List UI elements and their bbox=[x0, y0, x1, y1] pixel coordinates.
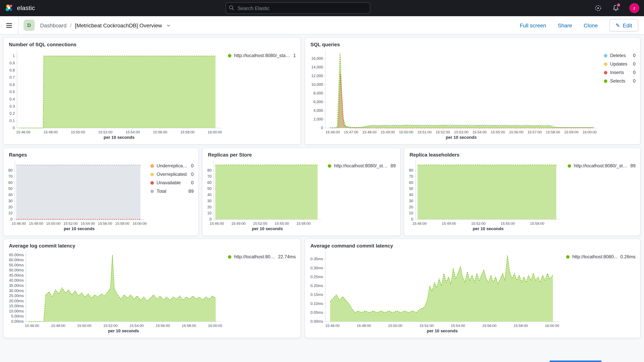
svg-text:15:52:00: 15:52:00 bbox=[436, 130, 450, 134]
svg-text:0.00ms: 0.00ms bbox=[11, 319, 24, 324]
legend-label: Selects bbox=[610, 78, 630, 84]
chart-canvas[interactable]: 0102030405060708015:46:0015:48:0015:50:0… bbox=[5, 158, 147, 232]
svg-text:15:52:00: 15:52:00 bbox=[64, 222, 78, 226]
legend-item[interactable]: http://localhost:8080...0.26ms bbox=[566, 254, 636, 260]
clone-button[interactable]: Clone bbox=[584, 22, 598, 28]
legend-color-dot bbox=[150, 164, 154, 168]
svg-text:15:51:00: 15:51:00 bbox=[417, 130, 432, 134]
legend-color-dot bbox=[604, 54, 607, 57]
breadcrumb-dashboard-link[interactable]: Dashboard bbox=[40, 22, 66, 28]
svg-text:15:48:00: 15:48:00 bbox=[51, 324, 65, 328]
legend-color-dot bbox=[228, 255, 232, 258]
legend-value: 89 bbox=[188, 188, 194, 194]
svg-text:8,000: 8,000 bbox=[314, 91, 323, 95]
legend-color-dot bbox=[604, 71, 607, 74]
share-button[interactable]: Share bbox=[558, 22, 572, 28]
panel-title: Number of SQL connections bbox=[4, 38, 300, 48]
legend-color-dot bbox=[328, 164, 331, 168]
svg-text:per 10 seconds: per 10 seconds bbox=[446, 135, 477, 140]
notifications-bell-icon[interactable] bbox=[612, 4, 620, 12]
svg-text:80: 80 bbox=[207, 168, 212, 172]
legend-item[interactable]: Selects0 bbox=[604, 78, 636, 84]
svg-text:35.00ms: 35.00ms bbox=[9, 283, 24, 288]
global-header: elastic r bbox=[0, 0, 644, 16]
svg-text:15:56:00: 15:56:00 bbox=[98, 222, 112, 226]
chart-canvas[interactable]: 0.00ms0.05ms0.10ms0.15ms0.20ms0.25ms0.30… bbox=[306, 250, 563, 335]
svg-text:per 10 seconds: per 10 seconds bbox=[108, 328, 139, 333]
chart-canvas[interactable]: 0102030405060708015:46:0015:49:0015:52:0… bbox=[406, 158, 564, 232]
svg-text:0.10ms: 0.10ms bbox=[310, 302, 323, 306]
svg-text:40: 40 bbox=[409, 192, 413, 197]
legend-item[interactable]: http://localhost:8080/_sta...89 bbox=[568, 163, 636, 168]
chart-legend: http://localhost:8080/_stat...1 bbox=[225, 48, 297, 141]
svg-text:15:46:00: 15:46:00 bbox=[25, 324, 39, 328]
svg-text:15:46:00: 15:46:00 bbox=[326, 130, 340, 134]
svg-text:40: 40 bbox=[8, 192, 12, 197]
legend-value: 0 bbox=[191, 163, 194, 168]
svg-text:15:56:00: 15:56:00 bbox=[482, 324, 496, 328]
hamburger-menu-icon[interactable] bbox=[0, 16, 18, 34]
legend-item[interactable]: Total89 bbox=[150, 188, 194, 194]
legend-item[interactable]: Inserts0 bbox=[604, 70, 636, 75]
svg-text:15:54:00: 15:54:00 bbox=[80, 222, 95, 226]
svg-text:0.7: 0.7 bbox=[10, 75, 15, 80]
svg-text:15:50:00: 15:50:00 bbox=[77, 324, 92, 328]
svg-text:15:58:00: 15:58:00 bbox=[296, 222, 310, 226]
svg-text:15:54:00: 15:54:00 bbox=[472, 130, 487, 134]
chart-canvas[interactable]: 00.10.20.30.40.50.60.70.80.9115:46:0015:… bbox=[5, 48, 225, 141]
chart-legend: http://localhost:808...22.74ms bbox=[225, 250, 297, 335]
svg-text:20: 20 bbox=[207, 205, 212, 209]
edit-button[interactable]: ✎ Edit bbox=[609, 19, 638, 32]
panel-average-log-commit-latency: Average log commit latency0.00ms5.00ms10… bbox=[3, 239, 301, 338]
svg-text:20: 20 bbox=[8, 205, 12, 209]
legend-item[interactable]: Deletes0 bbox=[604, 53, 636, 58]
svg-text:70: 70 bbox=[8, 174, 12, 178]
space-badge[interactable]: D bbox=[24, 20, 35, 31]
elastic-brand[interactable]: elastic bbox=[0, 4, 35, 12]
legend-label: http://localhost:8080/_sta... bbox=[574, 163, 628, 168]
legend-item[interactable]: Overreplicated0 bbox=[150, 172, 194, 177]
svg-text:2,000: 2,000 bbox=[314, 117, 323, 121]
svg-text:1: 1 bbox=[13, 54, 15, 58]
svg-text:6,000: 6,000 bbox=[314, 100, 323, 104]
notification-dot bbox=[616, 3, 621, 7]
svg-text:60: 60 bbox=[409, 180, 413, 185]
legend-item[interactable]: http://localhost:8080/_stat...1 bbox=[228, 53, 296, 58]
svg-text:60.00ms: 60.00ms bbox=[9, 258, 24, 262]
svg-text:15:49:00: 15:49:00 bbox=[442, 222, 456, 226]
legend-item[interactable]: Updates0 bbox=[604, 61, 636, 67]
legend-item[interactable]: Underreplicated0 bbox=[150, 163, 194, 168]
user-avatar[interactable]: r bbox=[629, 3, 639, 13]
legend-item[interactable]: Unavailable0 bbox=[150, 180, 194, 186]
svg-text:15:48:00: 15:48:00 bbox=[44, 130, 58, 134]
svg-text:15:54:00: 15:54:00 bbox=[126, 130, 140, 134]
panel-replica-leaseholders: Replica leaseholders0102030405060708015:… bbox=[404, 148, 640, 236]
legend-label: Unavailable bbox=[156, 180, 188, 186]
legend-value: 22.74ms bbox=[278, 254, 296, 260]
panel-title: Average log commit latency bbox=[4, 239, 300, 249]
full-screen-button[interactable]: Full screen bbox=[520, 22, 546, 28]
chart-canvas[interactable]: 0.00ms5.00ms10.00ms15.00ms20.00ms25.00ms… bbox=[5, 250, 225, 335]
brand-wordmark: elastic bbox=[17, 5, 35, 12]
svg-text:40.00ms: 40.00ms bbox=[9, 278, 24, 282]
cloud-icon[interactable] bbox=[594, 4, 602, 12]
title-chevron-down-icon[interactable] bbox=[166, 23, 171, 28]
legend-item[interactable]: http://localhost:8080/_sta...89 bbox=[328, 163, 396, 168]
horizontal-scrollbar-thumb[interactable] bbox=[550, 360, 602, 362]
svg-text:0.00ms: 0.00ms bbox=[310, 319, 323, 324]
svg-text:10: 10 bbox=[409, 211, 413, 215]
chart-canvas[interactable]: 02,0004,0006,0008,00010,00012,00014,0001… bbox=[306, 48, 601, 141]
legend-value: 0.26ms bbox=[620, 254, 636, 260]
svg-text:15:55:00: 15:55:00 bbox=[275, 222, 289, 226]
chart-canvas[interactable]: 0102030405060708015:46:0015:49:0015:52:0… bbox=[204, 158, 325, 232]
svg-text:15:46:00: 15:46:00 bbox=[325, 324, 340, 328]
legend-item[interactable]: http://localhost:808...22.74ms bbox=[228, 254, 296, 260]
svg-text:per 10 seconds: per 10 seconds bbox=[104, 135, 134, 140]
toolbar-actions: Full screen Share Clone ✎ Edit bbox=[520, 19, 644, 32]
kibana-app: elastic r bbox=[0, 0, 644, 362]
svg-text:5.00ms: 5.00ms bbox=[11, 314, 24, 318]
search-input[interactable] bbox=[226, 2, 370, 14]
legend-color-dot bbox=[566, 255, 570, 258]
svg-text:4,000: 4,000 bbox=[314, 108, 323, 112]
svg-text:per 10 seconds: per 10 seconds bbox=[64, 226, 95, 231]
